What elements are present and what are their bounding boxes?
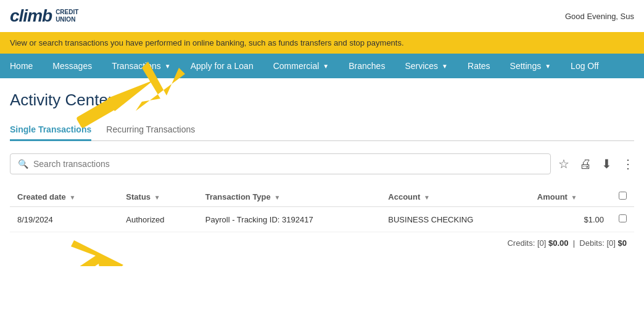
logo-text: climb <box>10 6 52 26</box>
alert-message: View or search transactions you have per… <box>10 38 404 47</box>
logo-sub: CREDITUNION <box>56 9 78 23</box>
transactions-caret: ▼ <box>165 63 171 70</box>
nav-rates[interactable]: Rates <box>458 54 500 78</box>
sort-amount-icon: ▼ <box>571 194 577 201</box>
commercial-caret: ▼ <box>323 63 329 70</box>
page-content: Activity Center Single Transactions Recu… <box>0 78 644 266</box>
tabs: Single Transactions Recurring Transactio… <box>10 120 634 141</box>
data-table: Created date ▼ Status ▼ Transaction Type… <box>10 187 634 232</box>
services-caret: ▼ <box>442 63 448 70</box>
sort-transaction-type-icon: ▼ <box>274 194 280 201</box>
debits-value: $0 <box>618 238 627 248</box>
sort-status-icon: ▼ <box>154 194 160 201</box>
nav-logoff[interactable]: Log Off <box>561 54 609 78</box>
cell-created-date: 8/19/2024 <box>10 207 118 232</box>
star-icon[interactable]: ☆ <box>558 156 569 171</box>
nav-services[interactable]: Services ▼ <box>395 54 458 78</box>
col-select-all[interactable] <box>611 187 634 207</box>
cell-status: Authorized <box>118 207 197 232</box>
col-status[interactable]: Status ▼ <box>118 187 197 207</box>
cell-transaction-type: Payroll - Tracking ID: 3192417 <box>198 207 381 232</box>
nav-settings[interactable]: Settings ▼ <box>500 54 561 78</box>
table-row: 8/19/2024 Authorized Payroll - Tracking … <box>10 207 634 232</box>
debits-count: [0] <box>606 238 615 248</box>
debits-label: Debits: <box>579 238 604 248</box>
search-actions: ☆ 🖨 ⬇ ⋮ <box>558 156 634 171</box>
col-transaction-type[interactable]: Transaction Type ▼ <box>198 187 381 207</box>
settings-caret: ▼ <box>545 63 551 70</box>
credits-label: Credits: <box>507 238 535 248</box>
col-amount[interactable]: Amount ▼ <box>530 187 611 207</box>
cell-checkbox[interactable] <box>611 207 634 232</box>
more-icon[interactable]: ⋮ <box>622 156 634 171</box>
credits-value: $0.00 <box>548 238 569 248</box>
top-header: climb CREDITUNION Good Evening, Sus <box>0 0 644 32</box>
row-checkbox[interactable] <box>619 214 627 222</box>
download-icon[interactable]: ⬇ <box>601 156 612 171</box>
greeting-text: Good Evening, Sus <box>565 12 634 21</box>
nav-messages[interactable]: Messages <box>43 54 102 78</box>
table-footer: Credits: [0] $0.00 | Debits: [0] $0 <box>10 232 634 254</box>
nav-commercial[interactable]: Commercial ▼ <box>263 54 339 78</box>
select-all-checkbox[interactable] <box>619 192 627 200</box>
nav-bar: Home Messages Transactions ▼ Apply for a… <box>0 54 644 78</box>
search-input[interactable] <box>33 159 543 169</box>
search-icon: 🔍 <box>18 159 28 169</box>
cell-amount: $1.00 <box>530 207 611 232</box>
page-title: Activity Center <box>10 91 634 110</box>
nav-apply-loan[interactable]: Apply for a Loan <box>181 54 263 78</box>
sort-account-icon: ▼ <box>424 194 430 201</box>
search-input-wrap: 🔍 <box>10 153 551 174</box>
alert-banner: View or search transactions you have per… <box>0 32 644 54</box>
tab-recurring-transactions[interactable]: Recurring Transactions <box>106 120 195 141</box>
col-account[interactable]: Account ▼ <box>381 187 530 207</box>
search-row: 🔍 ☆ 🖨 ⬇ ⋮ <box>10 153 634 174</box>
col-created-date[interactable]: Created date ▼ <box>10 187 118 207</box>
logo: climb CREDITUNION <box>10 6 78 26</box>
cell-account: BUSINESS CHECKING <box>381 207 530 232</box>
tab-single-transactions[interactable]: Single Transactions <box>10 120 91 141</box>
table-header-row: Created date ▼ Status ▼ Transaction Type… <box>10 187 634 207</box>
nav-branches[interactable]: Branches <box>339 54 395 78</box>
credits-count: [0] <box>537 238 546 248</box>
print-icon[interactable]: 🖨 <box>579 157 592 171</box>
sort-created-date-icon: ▼ <box>69 194 75 201</box>
nav-home[interactable]: Home <box>0 54 43 78</box>
nav-transactions[interactable]: Transactions ▼ <box>102 54 181 78</box>
